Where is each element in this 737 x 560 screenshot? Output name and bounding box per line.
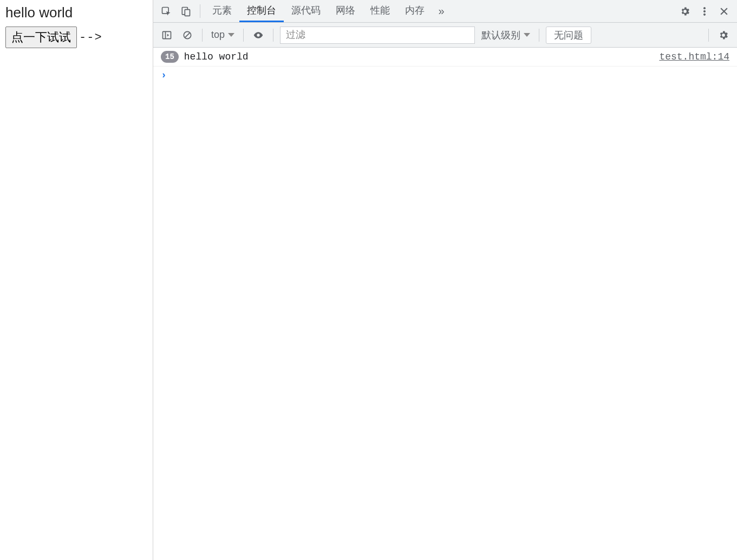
console-log-area: 15 hello world test.html:14 › (153, 48, 737, 560)
tab-memory[interactable]: 内存 (397, 0, 432, 22)
page-button-row: 点一下试试 --> (5, 27, 147, 48)
more-tabs-icon[interactable]: » (432, 0, 451, 22)
tabbar-divider (200, 4, 200, 18)
toolbar-divider-3 (273, 29, 273, 42)
svg-point-13 (257, 34, 259, 36)
svg-point-3 (703, 7, 705, 9)
kebab-menu-icon[interactable] (695, 0, 714, 22)
svg-line-12 (185, 32, 190, 37)
toolbar-divider-2 (243, 29, 244, 42)
no-issues-button[interactable]: 无问题 (546, 27, 591, 44)
svg-rect-8 (163, 31, 171, 38)
console-log-row: 15 hello world test.html:14 (153, 48, 737, 67)
chevron-down-icon (228, 33, 234, 37)
svg-marker-10 (167, 34, 169, 36)
tab-network[interactable]: 网络 (328, 0, 363, 22)
prompt-caret-icon: › (161, 70, 167, 81)
live-expression-eye-icon[interactable] (250, 27, 266, 43)
chevron-down-icon (524, 33, 530, 37)
log-source-link[interactable]: test.html:14 (659, 51, 729, 62)
tabbar-spacer (451, 0, 675, 22)
log-repeat-count-badge: 15 (161, 51, 179, 63)
devtools-tabbar: 元素 控制台 源代码 网络 性能 内存 » (153, 0, 737, 23)
svg-point-5 (703, 14, 705, 15)
context-label: top (211, 29, 225, 41)
console-prompt-row: › (153, 67, 737, 84)
svg-point-4 (703, 10, 705, 12)
console-settings-gear-icon[interactable] (715, 27, 732, 43)
inspect-element-icon[interactable] (156, 0, 176, 22)
console-prompt-input[interactable] (172, 70, 729, 81)
device-toggle-icon[interactable] (176, 0, 195, 22)
tab-elements[interactable]: 元素 (205, 0, 239, 22)
clear-console-icon[interactable] (179, 27, 195, 43)
close-devtools-icon[interactable] (714, 0, 734, 22)
toggle-sidebar-icon[interactable] (159, 27, 175, 43)
try-click-button[interactable]: 点一下试试 (5, 27, 77, 48)
console-filter-input[interactable] (280, 27, 475, 44)
tab-sources[interactable]: 源代码 (284, 0, 328, 22)
level-label: 默认级别 (481, 29, 520, 42)
toolbar-divider-4 (539, 29, 539, 42)
arrow-text: --> (79, 31, 102, 44)
rendered-page-pane: hello world 点一下试试 --> (0, 0, 153, 560)
log-level-selector[interactable]: 默认级别 (479, 29, 532, 42)
toolbar-divider-5 (708, 29, 709, 42)
devtools-panel: 元素 控制台 源代码 网络 性能 内存 » top (153, 0, 737, 560)
settings-gear-icon[interactable] (675, 0, 695, 22)
svg-rect-2 (185, 9, 190, 16)
toolbar-divider-1 (202, 29, 203, 42)
tab-performance[interactable]: 性能 (363, 0, 397, 22)
console-toolbar: top 默认级别 无问题 (153, 23, 737, 48)
log-message-text: hello world (184, 51, 249, 62)
execution-context-selector[interactable]: top (209, 29, 237, 41)
tab-console[interactable]: 控制台 (239, 0, 284, 22)
page-heading: hello world (5, 4, 147, 21)
